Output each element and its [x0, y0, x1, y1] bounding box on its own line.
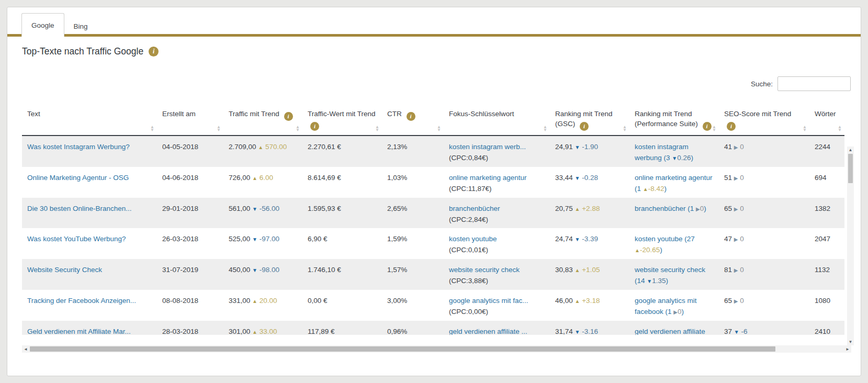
keyword-link[interactable]: geld verdienen affiliate ...: [449, 328, 527, 335]
sort-down-icon: ▼: [712, 129, 716, 132]
traffic-value: 2.270,61 €: [308, 143, 341, 151]
trend-down-icon: ▼: [575, 329, 580, 335]
cell-ranking-ps: kosten instagram werbung (3 ▼0.26): [629, 136, 719, 167]
cell-words: 2410: [809, 321, 844, 335]
metric-value: 41: [724, 143, 732, 151]
sort-toggle[interactable]: ▲▼: [437, 126, 441, 132]
cell-words: 2047: [809, 228, 844, 259]
column-header-3: Traffic mit Trend i▲▼: [223, 96, 302, 136]
sort-toggle[interactable]: ▲▼: [375, 126, 379, 132]
keyword-cpc: (CPC:0,84€): [449, 152, 545, 163]
text-link[interactable]: Geld verdienen mit Affiliate Mar...: [27, 328, 131, 335]
column-info-icon[interactable]: i: [284, 112, 293, 121]
sort-down-icon: ▼: [803, 129, 807, 132]
text-link[interactable]: Was kostet Instagram Werbung?: [27, 143, 130, 151]
sort-down-icon: ▼: [437, 129, 441, 132]
ranking-ps-close: ): [691, 154, 693, 162]
table-row: Website Security Check31-07-2019450,00 ▼…: [22, 259, 844, 290]
horizontal-scrollbar[interactable]: ◄ ►: [22, 345, 851, 353]
sort-toggle[interactable]: ▲▼: [217, 126, 221, 132]
column-label: Text: [27, 110, 40, 118]
column-info-icon[interactable]: i: [727, 122, 736, 131]
scroll-up-arrow-icon[interactable]: ▲: [847, 147, 854, 153]
ctr-value: 0,96%: [387, 328, 407, 335]
sort-down-icon: ▼: [623, 129, 627, 132]
column-label: Traffic mit Trend: [229, 110, 279, 118]
trend-right-icon: ▶: [734, 144, 738, 150]
table-body: Was kostet Instagram Werbung?04-05-20182…: [22, 136, 844, 335]
trend-down-icon: ▼: [252, 206, 257, 212]
cell-created: 04-05-2018: [157, 136, 223, 167]
scroll-down-arrow-icon[interactable]: ▼: [847, 339, 854, 345]
title-info-icon[interactable]: i: [149, 47, 159, 57]
keyword-link[interactable]: kosten instagram werb...: [449, 143, 526, 151]
cell-traffic: 301,00 ▲ 33.00: [223, 321, 302, 335]
tab-bing[interactable]: Bing: [64, 16, 97, 37]
trend-right-icon: ▶: [734, 175, 738, 181]
data-table: Text▲▼Erstellt am▲▼Traffic mit Trend i▲▼…: [22, 96, 844, 335]
ranking-ps-link[interactable]: geld verdienen affiliate: [635, 328, 705, 335]
text-link[interactable]: Website Security Check: [27, 266, 102, 274]
text-link[interactable]: Online Marketing Agentur - OSG: [27, 174, 129, 182]
ranking-ps-link[interactable]: website security check (14: [635, 266, 705, 285]
cell-seo-score: 51 ▶ 0: [719, 167, 809, 198]
sort-toggle[interactable]: ▲▼: [712, 126, 716, 132]
sort-toggle[interactable]: ▲▼: [150, 126, 154, 132]
column-info-icon[interactable]: i: [580, 122, 589, 131]
ranking-ps-close: ): [704, 205, 706, 212]
title-row: Top-Texte nach Traffic Google i: [22, 46, 159, 57]
cell-created: 29-01-2018: [157, 198, 223, 228]
column-info-icon[interactable]: i: [407, 112, 415, 121]
cell-created: 04-06-2018: [157, 167, 223, 198]
ranking-ps-link[interactable]: kosten youtube (27: [635, 235, 695, 243]
cell-ranking-gsc: 20,75 ▲ +2.88: [550, 198, 629, 228]
scroll-left-arrow-icon[interactable]: ◄: [22, 345, 29, 353]
tab-google[interactable]: Google: [21, 13, 64, 37]
created-date: 26-03-2018: [162, 235, 198, 243]
trend-value: 0: [740, 297, 744, 305]
trend-value: 0: [740, 235, 744, 243]
sort-toggle[interactable]: ▲▼: [838, 126, 842, 132]
accent-divider: [7, 34, 861, 37]
keyword-link[interactable]: kosten youtube: [449, 235, 497, 243]
cell-traffic-value: 1.746,10 €: [302, 259, 382, 290]
column-info-icon[interactable]: i: [703, 122, 712, 131]
metric-value: 81: [724, 266, 732, 274]
cell-traffic: 450,00 ▼ -98.00: [223, 259, 302, 290]
trend-down-icon: ▼: [252, 236, 257, 242]
metric-value: 20,75: [555, 205, 573, 212]
column-label: SEO-Score mit Trend: [724, 110, 791, 118]
cell-keyword: online marketing agentur(CPC:11,87€): [444, 167, 550, 198]
column-header-8: Ranking mit Trend (Performance Suite) i▲…: [629, 96, 719, 136]
sort-toggle[interactable]: ▲▼: [296, 126, 300, 132]
sort-toggle[interactable]: ▲▼: [803, 126, 807, 132]
text-link[interactable]: Tracking der Facebook Anzeigen...: [27, 297, 136, 305]
sort-toggle[interactable]: ▲▼: [543, 126, 547, 132]
scroll-right-arrow-icon[interactable]: ►: [844, 345, 851, 353]
vertical-scroll-thumb[interactable]: [848, 154, 853, 183]
search-label: Suche:: [751, 80, 773, 88]
ranking-ps-link[interactable]: branchenbücher (1: [635, 205, 696, 212]
keyword-link[interactable]: online marketing agentur: [449, 174, 527, 182]
metric-value: 726,00: [229, 174, 250, 182]
trend-up-icon: ▲: [258, 144, 263, 150]
cell-seo-score: 81 ▶ 0: [719, 259, 809, 290]
vertical-scrollbar[interactable]: ▲ ▼: [847, 147, 854, 345]
keyword-link[interactable]: website security check: [449, 266, 520, 274]
text-link[interactable]: Die 30 besten Online-Branchen...: [27, 205, 132, 212]
text-link[interactable]: Was kostet YouTube Werbung?: [27, 235, 126, 243]
search-input[interactable]: [777, 76, 851, 91]
keyword-link[interactable]: google analytics mit fac...: [449, 297, 528, 305]
cell-traffic: 331,00 ▲ 20.00: [223, 290, 302, 321]
cell-seo-score: 65 ▶ 0: [719, 290, 809, 321]
keyword-link[interactable]: branchenbücher: [449, 205, 500, 212]
trend-value: 20.00: [260, 297, 277, 305]
ranking-ps-link[interactable]: google analytics mit facebook (1: [635, 297, 697, 316]
sort-toggle[interactable]: ▲▼: [623, 126, 627, 132]
table-row: Die 30 besten Online-Branchen...29-01-20…: [22, 198, 844, 228]
horizontal-scroll-thumb[interactable]: [30, 346, 775, 352]
column-info-icon[interactable]: i: [310, 122, 319, 131]
keyword-cpc: (CPC:2,84€): [449, 214, 545, 225]
cell-keyword: branchenbücher(CPC:2,84€): [444, 198, 550, 228]
metric-value: 37: [724, 328, 732, 335]
